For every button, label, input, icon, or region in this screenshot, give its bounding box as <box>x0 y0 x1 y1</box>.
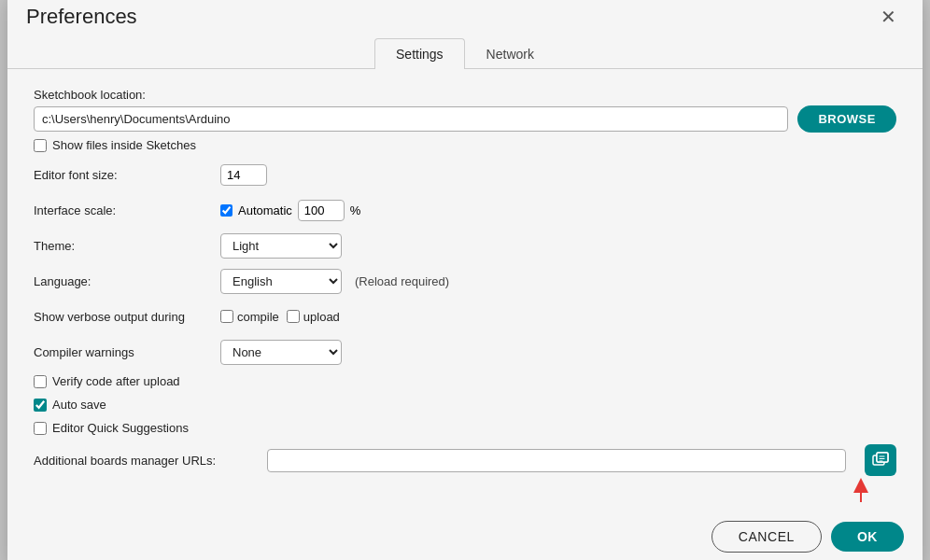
sketchbook-input-row: BROWSE <box>34 105 896 133</box>
sketchbook-location-row: Sketchbook location: BROWSE <box>34 88 896 133</box>
verbose-row: Show verbose output during compile uploa… <box>34 303 896 329</box>
font-size-row: Editor font size: <box>34 161 896 188</box>
verbose-upload-checkbox[interactable] <box>287 310 300 323</box>
verbose-label: Show verbose output during <box>34 310 220 324</box>
compiler-warnings-select[interactable]: None Default More All <box>220 340 342 365</box>
automatic-scale-checkbox[interactable] <box>220 204 232 217</box>
reload-note: (Reload required) <box>355 274 449 288</box>
scale-unit: % <box>350 203 361 217</box>
font-size-label: Editor font size: <box>34 168 220 182</box>
dialog-header: Preferences ✕ <box>7 0 923 30</box>
automatic-label: Automatic <box>238 203 292 217</box>
arrow-indicator <box>842 476 880 504</box>
show-files-row: Show files inside Sketches <box>34 138 896 152</box>
urls-input[interactable] <box>267 449 846 472</box>
verify-code-row: Verify code after upload <box>34 374 896 388</box>
language-row: Language: English Deutsch Español França… <box>34 268 896 294</box>
verbose-compile-label: compile <box>220 310 279 324</box>
auto-save-checkbox[interactable] <box>34 399 47 412</box>
theme-label: Theme: <box>34 239 220 253</box>
verify-code-checkbox[interactable] <box>34 375 47 388</box>
urls-label: Additional boards manager URLs: <box>34 454 258 468</box>
tabs-container: Settings Network <box>7 37 923 69</box>
font-size-value-container <box>220 164 267 186</box>
compiler-warnings-label: Compiler warnings <box>34 345 220 359</box>
theme-row: Theme: Light Dark <box>34 232 896 259</box>
dialog-footer: CANCEL OK <box>7 510 923 560</box>
browse-button[interactable]: BROWSE <box>797 105 896 133</box>
tab-network[interactable]: Network <box>465 38 556 69</box>
editor-quick-row: Editor Quick Suggestions <box>34 421 896 435</box>
external-link-icon <box>872 452 889 469</box>
sketchbook-path-input[interactable] <box>34 106 788 132</box>
interface-scale-label: Interface scale: <box>34 203 220 217</box>
preferences-dialog: Preferences ✕ Settings Network Sketchboo… <box>7 0 923 560</box>
verbose-upload-label: upload <box>287 310 340 324</box>
sketchbook-location-label: Sketchbook location: <box>34 88 220 102</box>
cancel-button[interactable]: CANCEL <box>712 521 822 553</box>
dialog-title: Preferences <box>26 5 137 29</box>
scale-value-input[interactable] <box>298 200 345 221</box>
font-size-input[interactable] <box>220 164 267 186</box>
show-files-label: Show files inside Sketches <box>52 138 196 152</box>
compiler-warnings-value: None Default More All <box>220 340 342 365</box>
language-value-container: English Deutsch Español Français (Reload… <box>220 269 449 294</box>
show-files-checkbox[interactable] <box>34 139 47 152</box>
compiler-warnings-row: Compiler warnings None Default More All <box>34 339 896 365</box>
tab-settings[interactable]: Settings <box>374 38 465 69</box>
urls-icon-button[interactable] <box>865 444 896 476</box>
auto-save-row: Auto save <box>34 398 896 412</box>
interface-scale-row: Interface scale: Automatic % <box>34 197 896 223</box>
verbose-compile-checkbox[interactable] <box>220 310 233 323</box>
theme-select[interactable]: Light Dark <box>220 233 342 259</box>
editor-quick-checkbox[interactable] <box>34 422 47 435</box>
auto-save-label: Auto save <box>52 398 106 412</box>
language-label: Language: <box>34 274 220 288</box>
editor-quick-label: Editor Quick Suggestions <box>52 421 189 435</box>
close-button[interactable]: ✕ <box>873 4 904 30</box>
arrow-container <box>34 476 896 506</box>
verify-code-label: Verify code after upload <box>52 374 180 388</box>
ok-button[interactable]: OK <box>831 522 904 552</box>
verbose-checkboxes: compile upload <box>220 310 340 324</box>
settings-content: Sketchbook location: BROWSE Show files i… <box>7 69 923 510</box>
language-select[interactable]: English Deutsch Español Français <box>220 269 342 294</box>
interface-scale-controls: Automatic % <box>220 200 360 221</box>
theme-value-container: Light Dark <box>220 233 342 259</box>
urls-row: Additional boards manager URLs: <box>34 444 896 476</box>
